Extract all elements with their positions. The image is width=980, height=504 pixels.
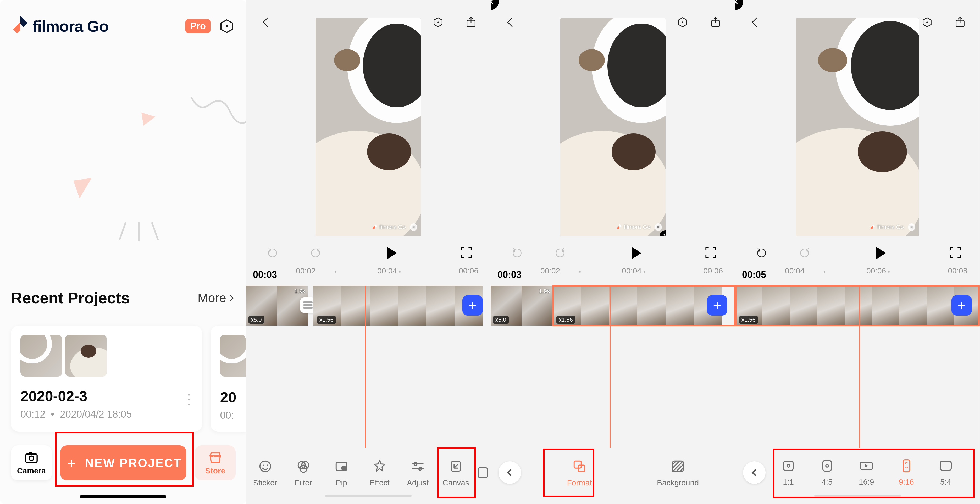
undo-button[interactable] [753, 244, 771, 262]
settings-button[interactable] [918, 13, 936, 32]
playhead[interactable] [365, 286, 366, 448]
logo-mark-icon [13, 16, 28, 36]
toolstrip-back-button[interactable] [498, 461, 521, 484]
svg-marker-21 [375, 224, 377, 227]
remove-watermark-button[interactable]: × [410, 223, 417, 231]
camera-button[interactable]: Camera [11, 445, 52, 480]
tool-more[interactable] [475, 464, 491, 481]
timeline-ruler[interactable]: 00:03 00:0200:0400:06 [491, 262, 735, 281]
svg-rect-64 [823, 461, 831, 471]
logo-mark-icon [870, 224, 875, 231]
play-button[interactable] [387, 247, 397, 259]
partial-icon [476, 466, 490, 480]
remove-watermark-button[interactable]: × [655, 223, 662, 231]
landscape-16-9-icon [859, 461, 873, 471]
ratio-16-9[interactable]: 16:9 [859, 459, 874, 487]
export-button[interactable] [706, 13, 725, 32]
undo-button[interactable] [509, 244, 527, 262]
timeline[interactable]: 1.9s x5.0 x1.56 + [491, 286, 735, 325]
settings-button[interactable] [220, 19, 234, 33]
add-clip-button[interactable]: + [462, 295, 483, 315]
timeline[interactable]: x1.56 + [735, 286, 980, 325]
playhead[interactable] [609, 286, 611, 448]
undo-icon [267, 247, 279, 259]
tool-scrollbar[interactable] [814, 494, 900, 497]
redo-icon [309, 247, 321, 259]
project-thumbnail [220, 335, 246, 377]
back-button[interactable] [501, 13, 519, 32]
settings-button[interactable] [429, 13, 447, 32]
fullscreen-icon [460, 246, 473, 259]
redo-button[interactable] [306, 244, 324, 262]
tool-scrollbar[interactable] [325, 494, 412, 497]
effect-icon [372, 459, 387, 473]
tool-filter[interactable]: Filter [284, 458, 323, 487]
ratio-1-1[interactable]: 1:1 [781, 459, 795, 487]
play-button[interactable] [876, 247, 886, 259]
clip-a[interactable]: 1.9s x5.0 [246, 286, 308, 325]
play-button[interactable] [632, 247, 641, 259]
project-menu-button[interactable]: ⋯ [181, 392, 198, 404]
fullscreen-button[interactable] [949, 246, 962, 260]
svg-point-59 [818, 48, 847, 72]
project-card[interactable]: 20 00: [210, 326, 246, 431]
back-button[interactable] [256, 13, 275, 32]
svg-point-45 [579, 49, 605, 71]
export-button[interactable] [462, 13, 480, 32]
undo-button[interactable] [264, 244, 282, 262]
filter-icon [296, 459, 310, 473]
tool-background[interactable]: Background [659, 458, 697, 487]
tool-effect[interactable]: Effect [361, 458, 399, 487]
tool-adjust[interactable]: Adjust [399, 458, 437, 487]
tool-canvas[interactable]: Canvas [437, 458, 475, 487]
more-button[interactable]: More [198, 291, 235, 305]
svg-point-52 [926, 21, 928, 23]
svg-point-20 [334, 49, 360, 71]
timeline[interactable]: 1.9s x5.0 x1.56 + [246, 286, 491, 325]
timeline-ruler[interactable]: 00:03 00:0200:0400:06 [246, 262, 491, 281]
chevron-left-icon [260, 16, 272, 28]
ratio-4-5[interactable]: 4:5 [820, 459, 834, 487]
clip-duration: 1.9s [539, 288, 550, 295]
preview-area[interactable]: filmora Go × [796, 18, 919, 236]
timeline-ruler[interactable]: 00:05 00:0400:0600:08 [735, 262, 980, 281]
settings-button[interactable] [673, 13, 692, 32]
ratio-9-16[interactable]: 9:16 [899, 459, 914, 487]
clip-speed: x5.0 [248, 315, 264, 324]
redo-button[interactable] [550, 244, 569, 262]
fullscreen-icon [949, 246, 962, 259]
fullscreen-button[interactable] [704, 246, 718, 260]
svg-rect-11 [29, 452, 32, 455]
project-card[interactable]: 2020-02-3 00:12 • 2020/04/2 18:05 ⋯ [11, 326, 202, 431]
app-name: filmora Go [32, 17, 108, 35]
clip-a[interactable]: 1.9s x5.0 [491, 286, 552, 325]
current-time: 00:03 [498, 269, 522, 280]
chevron-right-icon [228, 294, 235, 302]
back-button[interactable] [746, 13, 764, 32]
add-clip-button[interactable]: + [707, 295, 727, 315]
svg-point-10 [29, 456, 33, 461]
tool-pip[interactable]: Pip [322, 458, 361, 487]
ratio-5-4[interactable]: 5:4 [939, 459, 953, 487]
canvas-icon [449, 459, 463, 473]
playhead[interactable] [859, 286, 860, 448]
add-clip-button[interactable]: + [951, 295, 972, 315]
fullscreen-button[interactable] [460, 246, 473, 260]
toolstrip-back-button[interactable] [743, 461, 765, 484]
preview-area[interactable]: filmora Go × [560, 18, 665, 236]
chevron-left-icon [750, 468, 759, 477]
project-title: 20 [220, 388, 246, 406]
preview-area[interactable]: filmora Go × [316, 18, 421, 236]
svg-point-19 [367, 133, 411, 170]
svg-point-24 [262, 464, 264, 466]
tool-format[interactable]: Format [560, 458, 598, 487]
current-time: 00:03 [253, 269, 277, 280]
remove-watermark-button[interactable]: × [908, 223, 915, 231]
redo-button[interactable] [795, 244, 813, 262]
new-project-button[interactable]: ＋ NEW PROJECT [60, 445, 186, 480]
pro-badge[interactable]: Pro [185, 19, 210, 33]
export-button[interactable] [951, 13, 969, 32]
svg-marker-0 [21, 16, 28, 27]
store-button[interactable]: Store [195, 445, 235, 480]
tool-sticker[interactable]: Sticker [246, 458, 284, 487]
